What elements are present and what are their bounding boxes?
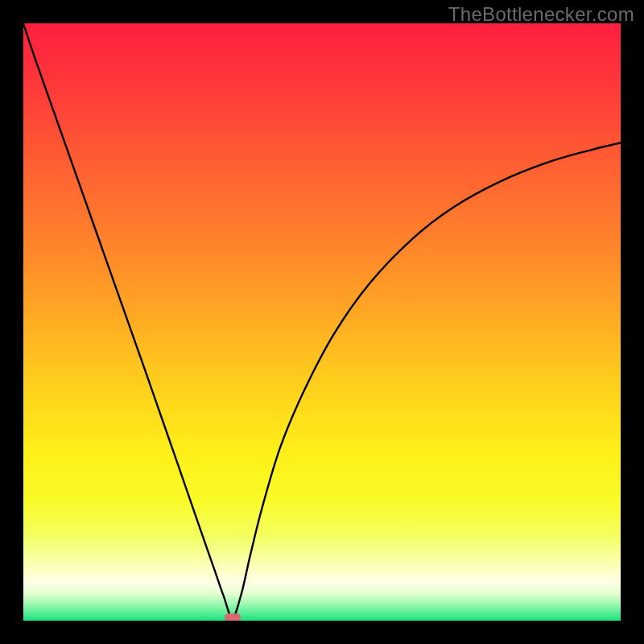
bottleneck-curve <box>23 23 621 617</box>
chart-frame: TheBottlenecker.com <box>0 0 644 644</box>
watermark-text: TheBottlenecker.com <box>448 3 634 26</box>
curve-layer <box>23 23 621 621</box>
minimum-marker <box>225 613 241 621</box>
plot-area <box>23 23 621 621</box>
